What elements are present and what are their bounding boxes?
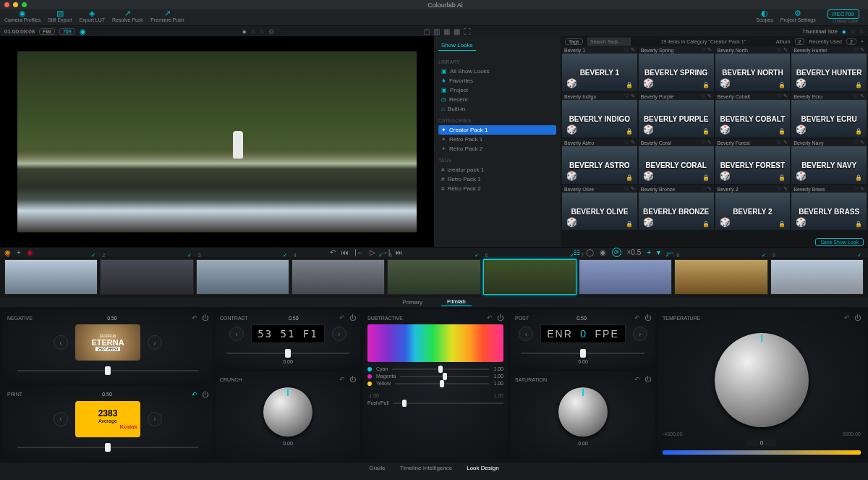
prev-print[interactable]: ‹	[54, 412, 68, 426]
heart-icon[interactable]: ♡	[777, 140, 781, 146]
next-post[interactable]: ›	[633, 327, 647, 341]
heart-icon[interactable]: ♡	[701, 140, 705, 146]
tag-retro2[interactable]: #Retro Pack 2	[438, 184, 556, 193]
still-export-button[interactable]: ▧Still Export	[48, 9, 72, 22]
circle-icon[interactable]: ○	[251, 28, 255, 35]
next-negative[interactable]: ›	[148, 335, 162, 350]
print-slider[interactable]	[7, 443, 208, 452]
timeline-clip[interactable]: 2✓	[100, 259, 193, 295]
size-dot[interactable]: ●	[842, 28, 846, 35]
negative-stock[interactable]: FUJIFILM ETERNA 250T/8553	[75, 324, 140, 361]
flat-pill[interactable]: Flat	[39, 28, 55, 35]
look-card[interactable]: Beverly Astro♡✎BEVERLY ASTRO🎲🔒	[562, 139, 637, 184]
temperature-knob[interactable]	[715, 333, 809, 427]
close-window[interactable]	[4, 2, 9, 7]
heart-icon[interactable]: ♡	[777, 93, 781, 99]
lib-all[interactable]: ▣All Show Looks	[438, 67, 556, 76]
heart-icon[interactable]: ♡	[854, 93, 858, 99]
grid-icon[interactable]: ▦	[454, 28, 460, 35]
reset-icon[interactable]: ↶	[192, 391, 197, 398]
heart-icon[interactable]: ♡	[624, 140, 629, 146]
temperature-bar[interactable]	[663, 450, 861, 455]
look-card[interactable]: Beverly Indigo♡✎BEVERLY INDIGO🎲🔒	[562, 93, 637, 138]
size-dot3[interactable]: ○	[859, 28, 864, 35]
power-icon[interactable]: ⏻	[644, 376, 651, 383]
cat-retro2[interactable]: ✦Retro Pack 2	[438, 144, 556, 153]
look-card[interactable]: Beverly Navy♡✎BEVERLY NAVY🎲🔒	[791, 139, 867, 184]
record-icon[interactable]: ●	[242, 28, 247, 35]
scopes-button[interactable]: ◐Scopes	[756, 9, 773, 22]
reset-icon[interactable]: ↶	[634, 376, 640, 383]
heart-icon[interactable]: ♡	[701, 186, 705, 192]
edit-icon[interactable]: ✎	[631, 93, 635, 99]
sub-icon[interactable]: ▾	[657, 248, 660, 256]
prev-contrast[interactable]: ‹	[229, 327, 244, 341]
camera-profiles-button[interactable]: ◉Camera Profiles	[4, 9, 41, 22]
show-looks-tab[interactable]: Show Looks	[438, 41, 476, 51]
export-lut-button[interactable]: ◈Export LUT	[80, 9, 105, 22]
timeline-clip[interactable]: 6✓	[483, 259, 576, 295]
heart-icon[interactable]: ♡	[701, 47, 705, 53]
compare-icon[interactable]: ⟳	[612, 248, 621, 257]
resolve-push-button[interactable]: ↗Resolve Push	[112, 9, 143, 22]
edit-icon[interactable]: ✎	[783, 47, 788, 53]
play-icon[interactable]: ▷	[370, 248, 375, 256]
heart-icon[interactable]: ♡	[854, 140, 858, 146]
fullscreen-icon[interactable]: ⛶	[464, 28, 471, 35]
heart-icon[interactable]: ♡	[624, 47, 629, 53]
size-dot2[interactable]: ○	[851, 28, 855, 35]
contrast-slider[interactable]	[220, 349, 356, 358]
reset-icon[interactable]: ↶	[339, 376, 345, 383]
add-icon[interactable]: +	[647, 248, 651, 256]
minimize-window[interactable]	[13, 2, 18, 7]
footer-grade[interactable]: Grade	[369, 465, 385, 471]
edit-icon[interactable]: ✎	[860, 93, 864, 99]
heart-icon[interactable]: ♡	[624, 93, 629, 99]
heart-icon[interactable]: ♡	[777, 47, 781, 53]
layout2-icon[interactable]: ▥	[433, 28, 440, 35]
heart-icon[interactable]: ♡	[854, 47, 858, 53]
layout1-icon[interactable]: ▢	[423, 28, 430, 35]
prev-clip-icon[interactable]: ⏮	[341, 248, 349, 256]
reset-icon[interactable]: ↶	[192, 314, 197, 321]
look-card[interactable]: Beverly Brass♡✎BEVERLY BRASS🎲🔒	[791, 185, 867, 230]
tab-filmlab[interactable]: Filmlab	[441, 298, 472, 306]
reset-icon[interactable]: ↶	[339, 314, 345, 321]
color-chip2[interactable]: ◉	[27, 248, 33, 256]
search-tags-input[interactable]	[587, 38, 631, 46]
power-icon[interactable]: ⏻	[497, 314, 503, 321]
look-card[interactable]: Beverly Cobalt♡✎BEVERLY COBALT🎲🔒	[715, 93, 791, 138]
look-card[interactable]: Beverly Forest♡✎BEVERLY FOREST🎲🔒	[715, 139, 791, 184]
heart-icon[interactable]: ♡	[777, 186, 781, 192]
edit-icon[interactable]: ✎	[860, 140, 864, 146]
reset-icon[interactable]: ↶	[844, 314, 850, 321]
look-card[interactable]: Beverly North♡✎BEVERLY NORTH🎲🔒	[715, 46, 791, 91]
look-card[interactable]: Beverly 1♡✎BEVERLY 1🎲🔒	[562, 46, 637, 91]
power-icon[interactable]: ⏻	[202, 314, 208, 321]
timeline-clip[interactable]: 4✓	[292, 259, 385, 295]
viewer[interactable]	[0, 36, 434, 247]
prev-post[interactable]: ‹	[519, 327, 533, 341]
crunch-knob[interactable]	[263, 387, 312, 437]
lib-favorites[interactable]: ★Favorites	[438, 76, 556, 85]
step-back-icon[interactable]: |←	[354, 248, 364, 256]
magenta-slider[interactable]	[400, 376, 489, 377]
lib-project[interactable]: ▣Project	[438, 85, 556, 95]
edit-icon[interactable]: ✎	[783, 140, 788, 146]
timeline-clip[interactable]: 1✓	[4, 259, 98, 295]
edit-icon[interactable]: ✎	[860, 186, 864, 192]
reset-icon[interactable]: ↶	[634, 314, 640, 321]
look-card[interactable]: Beverly Ecru♡✎BEVERLY ECRU🎲🔒	[791, 93, 867, 138]
cat-retro1[interactable]: ✦Retro Pack 1	[438, 135, 556, 144]
timeline-clip[interactable]: 7✓	[579, 259, 672, 295]
save-show-look-button[interactable]: Save Show Look	[815, 238, 864, 246]
edit-icon[interactable]: ✎	[783, 186, 788, 192]
circle2-icon[interactable]: ○	[260, 28, 264, 35]
power-icon[interactable]: ⏻	[349, 376, 356, 383]
yellow-slider[interactable]	[395, 383, 489, 384]
lib-recent[interactable]: ◷Recent	[438, 95, 556, 104]
saturation-knob[interactable]	[558, 387, 608, 437]
power-icon[interactable]: ⏻	[349, 314, 356, 321]
undo-icon[interactable]: ↶	[330, 248, 336, 256]
timeline-clip[interactable]: 9✓	[770, 259, 864, 295]
